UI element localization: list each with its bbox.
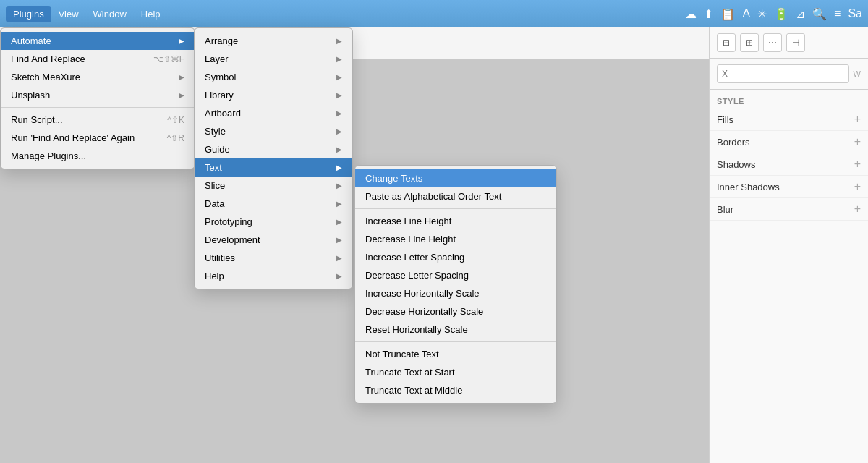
increase-letter-spacing-label: Increase Letter Spacing — [365, 252, 546, 263]
sketch-meaxure-arrow: ▶ — [179, 73, 184, 81]
menubar-item-window[interactable]: Window — [86, 6, 134, 22]
menu-item-prototyping[interactable]: Prototyping ▶ — [195, 213, 352, 231]
upload-icon[interactable]: ⬆ — [704, 7, 713, 21]
menu-item-symbol[interactable]: Symbol ▶ — [195, 68, 352, 86]
plugins-menu: Automate ▶ Find And Replace ⌥⇧⌘F Sketch … — [0, 27, 195, 169]
blur-label: Blur — [717, 204, 733, 215]
inner-shadows-add[interactable]: + — [854, 180, 861, 193]
truncate-middle-label: Truncate Text at Middle — [365, 385, 546, 396]
prototyping-arrow: ▶ — [336, 218, 342, 226]
menubar: Plugins View Window Help ☁ ⬆ 📋 A ✳ 🔋 ⊿ 🔍… — [0, 0, 868, 27]
menu-item-run-again[interactable]: Run 'Find And Replace' Again ^⇧R — [1, 129, 195, 147]
find-replace-shortcut: ⌥⇧⌘F — [153, 54, 184, 64]
data-label: Data — [205, 198, 331, 209]
run-again-label: Run 'Find And Replace' Again — [11, 132, 153, 143]
menu-item-decrease-h-scale[interactable]: Decrease Horizontally Scale — [355, 302, 556, 320]
automate-label: Automate — [11, 35, 173, 46]
text-submenu: Change Texts Paste as Alphabetical Order… — [354, 165, 557, 404]
bluetooth-icon[interactable]: ✳ — [757, 7, 767, 21]
menu-item-increase-h-scale[interactable]: Increase Horizontally Scale — [355, 284, 556, 302]
menubar-item-help[interactable]: Help — [134, 6, 168, 22]
menu-item-reset-h-scale[interactable]: Reset Horizontally Scale — [355, 320, 556, 339]
menu-item-change-texts[interactable]: Change Texts — [355, 169, 556, 187]
menu-item-artboard[interactable]: Artboard ▶ — [195, 104, 352, 122]
rp-center-btn[interactable]: ⊞ — [740, 33, 759, 52]
borders-add[interactable]: + — [854, 135, 861, 148]
menu-item-data[interactable]: Data ▶ — [195, 195, 352, 213]
borders-label: Borders — [717, 137, 750, 148]
slice-arrow: ▶ — [336, 182, 342, 190]
menu-item-development[interactable]: Development ▶ — [195, 231, 352, 249]
menu-item-find-replace[interactable]: Find And Replace ⌥⇧⌘F — [1, 50, 195, 68]
menu-item-style[interactable]: Style ▶ — [195, 122, 352, 140]
menu-item-automate[interactable]: Automate ▶ — [1, 32, 195, 50]
reset-h-scale-label: Reset Horizontally Scale — [365, 324, 546, 335]
menu-item-layer[interactable]: Layer ▶ — [195, 50, 352, 68]
blur-section[interactable]: Blur + — [710, 198, 868, 221]
menu-item-unsplash[interactable]: Unsplash ▶ — [1, 86, 195, 104]
menu-item-help[interactable]: Help ▶ — [195, 267, 352, 285]
run-again-shortcut: ^⇧R — [167, 133, 184, 143]
menu-item-truncate-start[interactable]: Truncate Text at Start — [355, 363, 556, 381]
font-icon[interactable]: A — [742, 7, 750, 20]
prototyping-label: Prototyping — [205, 216, 331, 227]
menu-item-increase-letter-spacing[interactable]: Increase Letter Spacing — [355, 248, 556, 266]
menu-item-paste-alphabetical[interactable]: Paste as Alphabetical Order Text — [355, 187, 556, 205]
borders-section[interactable]: Borders + — [710, 131, 868, 153]
rp-more-btn[interactable]: ⋯ — [763, 33, 782, 52]
fills-section[interactable]: Fills + — [710, 109, 868, 131]
not-truncate-label: Not Truncate Text — [365, 349, 546, 360]
shadows-label: Shadows — [717, 159, 755, 170]
menu-item-not-truncate[interactable]: Not Truncate Text — [355, 345, 556, 363]
menu-item-truncate-middle[interactable]: Truncate Text at Middle — [355, 381, 556, 399]
fills-add[interactable]: + — [854, 113, 861, 126]
style-label: Style — [205, 126, 331, 137]
menubar-right-icons: ☁ ⬆ 📋 A ✳ 🔋 ⊿ 🔍 ≡ Sa — [685, 7, 862, 21]
rp-x-input[interactable] — [717, 64, 849, 83]
increase-line-height-label: Increase Line Height — [365, 216, 546, 226]
cloud-icon[interactable]: ☁ — [685, 7, 697, 21]
menu-item-arrange[interactable]: Arrange ▶ — [195, 32, 352, 50]
menu-item-guide[interactable]: Guide ▶ — [195, 140, 352, 158]
rp-w-label: W — [854, 64, 861, 83]
menu-item-increase-line-height[interactable]: Increase Line Height — [355, 212, 556, 230]
menu-item-text[interactable]: Text ▶ — [195, 158, 352, 177]
development-label: Development — [205, 234, 331, 245]
arrange-arrow: ▶ — [336, 37, 342, 45]
menubar-item-view[interactable]: View — [51, 6, 86, 22]
text-label: Text — [205, 162, 331, 173]
menubar-item-plugins[interactable]: Plugins — [6, 6, 51, 22]
battery-icon[interactable]: 🔋 — [774, 7, 788, 21]
search-icon[interactable]: 🔍 — [812, 7, 827, 21]
guide-label: Guide — [205, 144, 331, 155]
shadows-section[interactable]: Shadows + — [710, 153, 868, 176]
menu-item-decrease-letter-spacing[interactable]: Decrease Letter Spacing — [355, 266, 556, 284]
rp-snap-btn[interactable]: ⊣ — [786, 33, 805, 52]
shadows-add[interactable]: + — [854, 158, 861, 171]
blur-add[interactable]: + — [854, 203, 861, 216]
menu-item-decrease-line-height[interactable]: Decrease Line Height — [355, 230, 556, 248]
control-icon[interactable]: ≡ — [834, 7, 841, 20]
style-arrow: ▶ — [336, 127, 342, 135]
text-menu-divider-1 — [355, 208, 556, 209]
menu-item-run-script[interactable]: Run Script... ^⇧K — [1, 111, 195, 129]
rp-align-btn[interactable]: ⊟ — [717, 33, 736, 52]
menu-item-sketch-meaxure[interactable]: Sketch MeaXure ▶ — [1, 68, 195, 86]
menu-item-manage-plugins[interactable]: Manage Plugins... — [1, 147, 195, 165]
decrease-letter-spacing-label: Decrease Letter Spacing — [365, 270, 546, 281]
menu-item-utilities[interactable]: Utilities ▶ — [195, 249, 352, 267]
menu-container: Automate ▶ Find And Replace ⌥⇧⌘F Sketch … — [0, 27, 195, 169]
decrease-h-scale-label: Decrease Horizontally Scale — [365, 306, 546, 317]
inner-shadows-section[interactable]: Inner Shadows + — [710, 176, 868, 198]
slice-label: Slice — [205, 180, 331, 191]
decrease-line-height-label: Decrease Line Height — [365, 234, 546, 245]
guide-arrow: ▶ — [336, 145, 342, 153]
sketch-meaxure-label: Sketch MeaXure — [11, 72, 173, 82]
artboard-arrow: ▶ — [336, 109, 342, 117]
menu-item-slice[interactable]: Slice ▶ — [195, 177, 352, 195]
doc-icon[interactable]: 📋 — [720, 7, 735, 21]
layer-label: Layer — [205, 54, 331, 64]
run-script-label: Run Script... — [11, 114, 153, 125]
menu-item-library[interactable]: Library ▶ — [195, 86, 352, 104]
wifi-icon[interactable]: ⊿ — [796, 7, 805, 21]
